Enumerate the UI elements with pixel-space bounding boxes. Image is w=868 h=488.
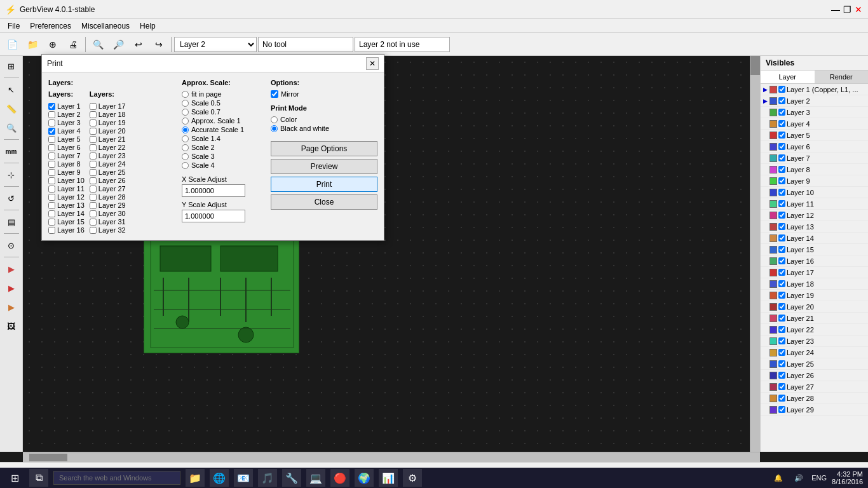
scale-2-row: Scale 2 [182, 144, 264, 151]
layer-cb-16: Layer 16 [48, 226, 85, 234]
layer-2-label: Layer 2 [57, 111, 81, 118]
scale-07-radio[interactable] [182, 109, 189, 116]
scale-fit-label: fit in page [191, 90, 222, 98]
layer-8-checkbox[interactable] [48, 161, 55, 168]
layer-cb-25: Layer 25 [90, 168, 126, 176]
layer-30-checkbox[interactable] [90, 210, 97, 217]
layer-14-label: Layer 14 [57, 210, 85, 217]
scale-3-radio[interactable] [182, 153, 189, 160]
layers-col1-header: Layers: [48, 90, 85, 98]
layer-cb-6: Layer 6 [48, 144, 85, 151]
scale-approx1-radio[interactable] [182, 118, 189, 125]
layer-2-checkbox[interactable] [48, 111, 55, 118]
layer-3-checkbox[interactable] [48, 119, 55, 126]
bw-mode-radio[interactable] [271, 125, 278, 132]
scale-07-row: Scale 0.7 [182, 108, 264, 116]
layer-5-checkbox[interactable] [48, 136, 55, 143]
scale-4-radio[interactable] [182, 162, 189, 169]
x-scale-input[interactable] [182, 184, 245, 197]
layer-7-checkbox[interactable] [48, 152, 55, 159]
mirror-checkbox[interactable] [271, 90, 278, 98]
layer-cb-2: Layer 2 [48, 111, 85, 118]
layer-13-label: Layer 13 [57, 201, 85, 209]
scale-accurate1-radio[interactable] [182, 126, 189, 133]
layer-cb-21: Layer 21 [90, 135, 126, 143]
bw-mode-label: Black and white [280, 125, 329, 132]
layer-32-checkbox[interactable] [90, 227, 97, 234]
layer-cb-30: Layer 30 [90, 210, 126, 217]
layer-cb-7: Layer 7 [48, 152, 85, 159]
layer-27-checkbox[interactable] [90, 186, 97, 193]
scale-2-radio[interactable] [182, 144, 189, 151]
layer-cb-13: Layer 13 [48, 201, 85, 209]
layer-29-checkbox[interactable] [90, 202, 97, 209]
layers-col-2: Layers: Layer 17 Layer 18 Layer 19 [90, 90, 126, 234]
layer-6-checkbox[interactable] [48, 144, 55, 151]
scale-07-label: Scale 0.7 [191, 108, 220, 116]
layer-21-checkbox[interactable] [90, 136, 97, 143]
scale-accurate1-label: Accurate Scale 1 [191, 126, 244, 133]
scale-3-label: Scale 3 [191, 152, 215, 160]
layer-cb-17: Layer 17 [90, 102, 126, 110]
layer-19-checkbox[interactable] [90, 119, 97, 126]
color-mode-radio[interactable] [271, 116, 278, 123]
layer-1-checkbox[interactable] [48, 103, 55, 110]
scale-fit-radio[interactable] [182, 91, 189, 98]
dialog-options-section: Options: Mirror Print Mode Color [271, 79, 377, 234]
scale-14-radio[interactable] [182, 135, 189, 142]
layer-17-checkbox[interactable] [90, 103, 97, 110]
layer-20-checkbox[interactable] [90, 128, 97, 135]
layer-14-checkbox[interactable] [48, 210, 55, 217]
preview-button[interactable]: Preview [271, 159, 377, 174]
layer-cb-27: Layer 27 [90, 185, 126, 193]
dialog-close-button[interactable]: ✕ [366, 57, 379, 70]
layer-28-checkbox[interactable] [90, 194, 97, 201]
layer-23-checkbox[interactable] [90, 152, 97, 159]
page-options-button[interactable]: Page Options [271, 141, 377, 156]
layer-cb-10: Layer 10 [48, 177, 85, 184]
layer-cb-12: Layer 12 [48, 193, 85, 201]
print-dialog: Print ✕ Layers: Layers: Layer 1 Lay [41, 54, 384, 241]
scale-14-row: Scale 1.4 [182, 135, 264, 142]
layer-4-checkbox[interactable] [48, 128, 55, 135]
layer-12-label: Layer 12 [57, 193, 85, 201]
layer-cb-1: Layer 1 [48, 102, 85, 110]
layer-16-checkbox[interactable] [48, 227, 55, 234]
layer-9-label: Layer 9 [57, 168, 81, 176]
bw-mode-row: Black and white [271, 125, 377, 132]
layer-cb-26: Layer 26 [90, 177, 126, 184]
layer-1-label: Layer 1 [57, 102, 81, 110]
layer-22-checkbox[interactable] [90, 144, 97, 151]
layer-11-label: Layer 11 [57, 185, 85, 193]
y-scale-input[interactable] [182, 210, 245, 222]
layer-cb-11: Layer 11 [48, 185, 85, 193]
layer-cb-18: Layer 18 [90, 111, 126, 118]
layer-31-checkbox[interactable] [90, 219, 97, 226]
layer-10-label: Layer 10 [57, 177, 85, 184]
close-dialog-button[interactable]: Close [271, 194, 377, 210]
layer-25-checkbox[interactable] [90, 169, 97, 176]
color-mode-label: Color [280, 116, 297, 123]
layer-cb-31: Layer 31 [90, 218, 126, 226]
scale-05-radio[interactable] [182, 100, 189, 107]
layer-11-checkbox[interactable] [48, 186, 55, 193]
dialog-title: Print [47, 59, 63, 68]
y-scale-label: Y Scale Adjust [182, 201, 264, 208]
print-mode-header: Print Mode [271, 104, 377, 112]
layer-cb-14: Layer 14 [48, 210, 85, 217]
dialog-title-bar: Print ✕ [42, 55, 384, 72]
layer-15-checkbox[interactable] [48, 219, 55, 226]
layer-cb-15: Layer 15 [48, 218, 85, 226]
layer-cb-20: Layer 20 [90, 127, 126, 135]
layer-9-checkbox[interactable] [48, 169, 55, 176]
layer-18-checkbox[interactable] [90, 111, 97, 118]
layer-cb-23: Layer 23 [90, 152, 126, 159]
layer-12-checkbox[interactable] [48, 194, 55, 201]
print-button[interactable]: Print [271, 177, 377, 192]
layer-10-checkbox[interactable] [48, 177, 55, 184]
layer-24-checkbox[interactable] [90, 161, 97, 168]
layer-13-checkbox[interactable] [48, 202, 55, 209]
layer-cb-8: Layer 8 [48, 160, 85, 168]
layer-26-checkbox[interactable] [90, 177, 97, 184]
scale-05-label: Scale 0.5 [191, 99, 220, 107]
